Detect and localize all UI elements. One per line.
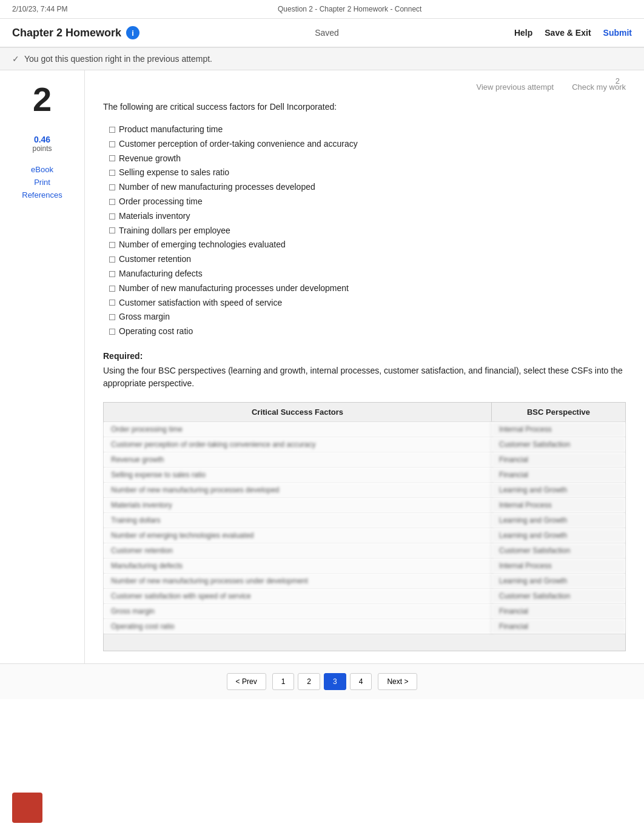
table-cell-perspective[interactable]: Internal Process <box>492 422 625 437</box>
page-num-button-3[interactable]: 3 <box>324 673 346 690</box>
bullet-icon <box>109 300 115 306</box>
app-header: Chapter 2 Homework i Saved Help Save & E… <box>0 19 644 48</box>
table-header: Critical Success Factors BSC Perspective <box>104 403 625 422</box>
view-previous-attempt-link[interactable]: View previous attempt <box>476 82 554 92</box>
bullet-icon <box>109 257 115 263</box>
table-col-perspective-header: BSC Perspective <box>492 403 625 421</box>
csf-list-item: Number of new manufacturing processes de… <box>109 180 626 195</box>
table-cell-perspective[interactable]: Customer Satisfaction <box>492 589 625 603</box>
bullet-icon <box>109 141 115 147</box>
table-cell-csf: Number of new manufacturing processes de… <box>104 483 492 497</box>
attempt-actions: View previous attempt Check my work <box>103 82 626 92</box>
csf-table: Critical Success Factors BSC Perspective… <box>103 402 626 651</box>
bullet-icon <box>109 127 115 133</box>
csf-list-item: Manufacturing defects <box>109 267 626 281</box>
csf-list-item: Materials inventory <box>109 209 626 224</box>
table-row[interactable]: Customer perception of order-taking conv… <box>104 437 625 452</box>
table-row[interactable]: Order processing timeInternal Process <box>104 422 625 437</box>
table-cell-csf: Number of new manufacturing processes un… <box>104 574 492 588</box>
table-cell-csf: Manufacturing defects <box>104 558 492 573</box>
table-footer <box>104 634 625 651</box>
table-row[interactable]: Customer satisfaction with speed of serv… <box>104 589 625 604</box>
points-value: 0.46 <box>34 135 50 144</box>
csf-list-item: Number of emerging technologies evaluate… <box>109 238 626 252</box>
table-row[interactable]: Number of emerging technologies evaluate… <box>104 528 625 543</box>
table-row[interactable]: Gross marginFinancial <box>104 604 625 619</box>
table-row[interactable]: Revenue growthFinancial <box>104 452 625 468</box>
timestamp: 2/10/23, 7:44 PM <box>12 5 67 13</box>
table-cell-perspective[interactable]: Customer Satisfaction <box>492 437 625 452</box>
bullet-icon <box>109 155 115 161</box>
csf-list-item: Product manufacturing time <box>109 122 626 137</box>
save-exit-button[interactable]: Save & Exit <box>545 28 591 38</box>
next-button[interactable]: Next > <box>378 673 417 690</box>
table-cell-perspective[interactable]: Financial <box>492 452 625 467</box>
csf-list-item: Selling expense to sales ratio <box>109 166 626 180</box>
csf-list-item: Customer perception of order-taking conv… <box>109 137 626 152</box>
page-num-button-4[interactable]: 4 <box>350 673 372 690</box>
saved-status: Saved <box>315 28 339 38</box>
bullet-icon <box>109 242 115 248</box>
left-sidebar: 2 0.46 points eBook Print References <box>0 70 85 663</box>
bullet-icon <box>109 271 115 277</box>
print-link[interactable]: Print <box>34 178 50 187</box>
success-banner: ✓ You got this question right in the pre… <box>0 48 644 70</box>
page-num-button-2[interactable]: 2 <box>298 673 320 690</box>
table-cell-perspective[interactable]: Learning and Growth <box>492 513 625 528</box>
table-row[interactable]: Materials inventoryInternal Process <box>104 498 625 513</box>
table-cell-csf: Customer retention <box>104 543 492 558</box>
table-row[interactable]: Number of new manufacturing processes un… <box>104 574 625 589</box>
ebook-link[interactable]: eBook <box>31 165 53 174</box>
table-cell-csf: Materials inventory <box>104 498 492 512</box>
csf-list-item: Training dollars per employee <box>109 224 626 238</box>
table-row[interactable]: Number of new manufacturing processes de… <box>104 483 625 498</box>
page-numbers: 1234 <box>272 673 372 690</box>
table-row[interactable]: Training dollarsLearning and Growth <box>104 513 625 528</box>
table-row[interactable]: Selling expense to sales ratioFinancial <box>104 468 625 483</box>
csf-list-item: Gross margin <box>109 310 626 324</box>
table-cell-csf: Operating cost ratio <box>104 619 492 634</box>
table-cell-perspective[interactable]: Financial <box>492 619 625 634</box>
page-num-button-1[interactable]: 1 <box>272 673 295 690</box>
info-icon[interactable]: i <box>126 26 139 39</box>
prev-button[interactable]: < Prev <box>227 673 266 690</box>
submit-button[interactable]: Submit <box>603 28 632 38</box>
bullet-icon <box>109 170 115 176</box>
table-cell-perspective[interactable]: Financial <box>492 468 625 482</box>
required-text: Using the four BSC perspectives (learnin… <box>103 364 626 390</box>
header-left: Chapter 2 Homework i <box>12 26 139 39</box>
bullet-icon <box>109 329 115 335</box>
table-rows: Order processing timeInternal ProcessCus… <box>104 422 625 634</box>
help-button[interactable]: Help <box>514 28 532 38</box>
bullet-icon <box>109 227 115 233</box>
table-cell-perspective[interactable]: Learning and Growth <box>492 574 625 588</box>
table-row[interactable]: Manufacturing defectsInternal Process <box>104 558 625 574</box>
table-cell-perspective[interactable]: Internal Process <box>492 558 625 573</box>
main-container: 2 0.46 points eBook Print References 2 V… <box>0 70 644 663</box>
csf-list-item: Order processing time <box>109 195 626 209</box>
table-cell-csf: Selling expense to sales ratio <box>104 468 492 482</box>
page-title: Question 2 - Chapter 2 Homework - Connec… <box>278 5 421 13</box>
table-row[interactable]: Operating cost ratioFinancial <box>104 619 625 634</box>
question-text: The following are critical success facto… <box>103 101 626 113</box>
csf-list-item: Revenue growth <box>109 152 626 166</box>
references-link[interactable]: References <box>22 190 62 200</box>
table-cell-csf: Gross margin <box>104 604 492 619</box>
table-row[interactable]: Customer retentionCustomer Satisfaction <box>104 543 625 558</box>
table-cell-perspective[interactable]: Learning and Growth <box>492 528 625 543</box>
content-area: 2 View previous attempt Check my work Th… <box>85 70 644 663</box>
table-cell-csf: Revenue growth <box>104 452 492 467</box>
table-cell-perspective[interactable]: Financial <box>492 604 625 619</box>
table-cell-perspective[interactable]: Customer Satisfaction <box>492 543 625 558</box>
table-cell-perspective[interactable]: Internal Process <box>492 498 625 512</box>
check-icon: ✓ <box>12 54 19 64</box>
table-cell-perspective[interactable]: Learning and Growth <box>492 483 625 497</box>
bullet-icon <box>109 286 115 292</box>
points-label: points <box>32 144 52 153</box>
bullet-icon <box>109 199 115 205</box>
table-cell-csf: Customer satisfaction with speed of serv… <box>104 589 492 603</box>
question-number: 2 <box>33 82 52 116</box>
table-cell-csf: Training dollars <box>104 513 492 528</box>
csf-list: Product manufacturing timeCustomer perce… <box>103 122 626 339</box>
table-cell-csf: Number of emerging technologies evaluate… <box>104 528 492 543</box>
